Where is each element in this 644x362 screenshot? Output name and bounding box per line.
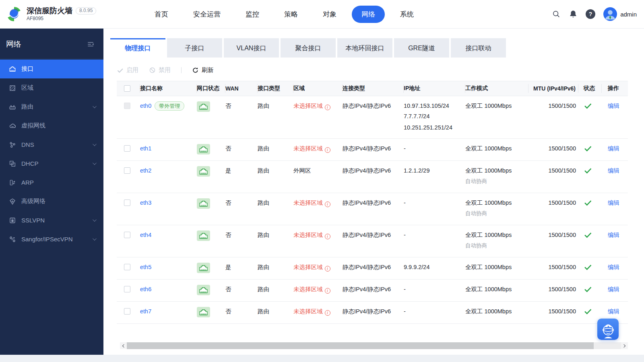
- edit-link[interactable]: 编辑: [608, 308, 619, 315]
- tab-subinterface[interactable]: 子接口: [167, 38, 222, 58]
- sidebar-item-label: Sangfor/IPSecVPN: [21, 236, 87, 243]
- zone-value: 未选择区域: [293, 145, 323, 152]
- interface-name-link[interactable]: eth7: [140, 308, 151, 315]
- row-checkbox[interactable]: [124, 232, 130, 238]
- scroll-left-button[interactable]: [120, 342, 127, 349]
- topbar-actions: ? admin: [552, 7, 637, 21]
- help-icon[interactable]: ?: [586, 9, 595, 19]
- sidebar-item-route[interactable]: 路由: [0, 97, 103, 116]
- cell-work-mode: 全双工 1000Mbps: [465, 101, 528, 111]
- dhcp-icon: [9, 160, 16, 167]
- info-icon[interactable]: i: [325, 105, 330, 110]
- tab-gre[interactable]: GRE隧道: [394, 38, 449, 58]
- chevron-left-icon: [122, 344, 126, 347]
- row-checkbox[interactable]: [124, 264, 130, 270]
- top-nav-item-monitor[interactable]: 监控: [236, 6, 269, 23]
- chevron-down-icon: [93, 104, 97, 108]
- sidebar-collapse-icon[interactable]: [87, 40, 95, 48]
- tab-vlan[interactable]: VLAN接口: [224, 38, 279, 58]
- table-row-eth1: eth1否路由未选择区域i静态IPv4/静态IPv6-全双工 1000Mbps1…: [117, 139, 628, 161]
- sidebar-item-arp[interactable]: ARP: [0, 173, 103, 192]
- scroll-right-button[interactable]: [621, 342, 628, 349]
- sidebar-item-label: DHCP: [21, 160, 87, 167]
- sidebar-item-ipsecvpn[interactable]: Sangfor/IPSecVPN: [0, 230, 103, 249]
- row-checkbox[interactable]: [124, 167, 130, 174]
- row-checkbox[interactable]: [124, 286, 130, 292]
- ip-line: -: [404, 144, 465, 153]
- scrollbar-thumb[interactable]: [127, 342, 594, 349]
- cell-connection-type: 静态IPv4/静态IPv6: [343, 166, 404, 175]
- top-nav-item-object[interactable]: 对象: [313, 6, 346, 23]
- top-nav-item-home[interactable]: 首页: [145, 6, 178, 23]
- top-nav-item-system[interactable]: 系统: [390, 6, 423, 23]
- search-icon[interactable]: [552, 10, 561, 19]
- cell-interface-type: 路由: [258, 166, 293, 175]
- sidebar-item-dhcp[interactable]: DHCP: [0, 154, 103, 173]
- edit-link[interactable]: 编辑: [608, 286, 619, 292]
- edit-link[interactable]: 编辑: [608, 145, 619, 152]
- edit-link[interactable]: 编辑: [608, 264, 619, 270]
- edit-link[interactable]: 编辑: [608, 103, 619, 109]
- sidebar-item-zone[interactable]: 区域: [0, 78, 103, 97]
- horizontal-scrollbar[interactable]: [120, 342, 628, 349]
- tab-loopback[interactable]: 本地环回接口: [337, 38, 392, 58]
- assistant-widget-button[interactable]: [597, 319, 619, 340]
- tab-physical[interactable]: 物理接口: [110, 38, 165, 58]
- zone-value: 未选择区域: [293, 264, 323, 270]
- interface-name-link[interactable]: eth4: [140, 232, 151, 238]
- sidebar-item-virtual-wire[interactable]: 虚拟网线: [0, 116, 103, 135]
- sidebar-item-label: 区域: [21, 84, 95, 92]
- column-header: 网口状态: [197, 84, 225, 93]
- info-icon[interactable]: i: [325, 234, 330, 239]
- sidebar-item-label: 接口: [21, 65, 95, 73]
- sidebar-item-dns[interactable]: DNS: [0, 135, 103, 154]
- interface-name-link[interactable]: eth1: [140, 145, 151, 152]
- cell-ip-address: -: [404, 285, 465, 294]
- sidebar-item-sslvpn[interactable]: SSLVPN: [0, 211, 103, 230]
- interface-name-link[interactable]: eth6: [140, 286, 151, 292]
- interface-name-link[interactable]: eth3: [140, 200, 151, 206]
- tab-aggregate[interactable]: 聚合接口: [281, 38, 336, 58]
- top-nav-item-network[interactable]: 网络: [352, 6, 385, 23]
- info-icon[interactable]: i: [325, 288, 330, 294]
- info-icon[interactable]: i: [325, 147, 330, 153]
- sidebar-item-interface[interactable]: 接口: [0, 60, 103, 78]
- cell-select: [117, 263, 140, 270]
- info-icon[interactable]: i: [325, 202, 330, 207]
- status-ok-check-icon: [584, 101, 592, 110]
- sidebar-menu: 接口区域路由虚拟网线DNSDHCPARP高级网络SSLVPNSangfor/IP…: [0, 59, 103, 249]
- top-nav-item-security-ops[interactable]: 安全运营: [184, 6, 230, 23]
- sidebar-item-label: ARP: [21, 179, 95, 186]
- cell-interface-type: 路由: [258, 101, 293, 111]
- scrollbar-track[interactable]: [594, 342, 621, 349]
- cell-ip-address: -: [404, 230, 465, 240]
- top-nav-item-policy[interactable]: 策略: [275, 6, 308, 23]
- user-menu[interactable]: admin: [603, 7, 637, 21]
- username: admin: [620, 11, 637, 18]
- edit-link[interactable]: 编辑: [608, 167, 619, 174]
- chevron-down-icon: [93, 142, 97, 146]
- info-icon[interactable]: i: [325, 310, 330, 316]
- ip-line: 1.2.1.2/29: [404, 166, 465, 175]
- select-all-checkbox[interactable]: [124, 85, 130, 92]
- edit-link[interactable]: 编辑: [608, 200, 619, 206]
- column-header: IP地址: [404, 84, 465, 93]
- sidebar-item-advanced-network[interactable]: 高级网络: [0, 192, 103, 211]
- cell-ip-address: 10.97.153.105/247.7.7.7/2410.251.251.251…: [404, 101, 465, 133]
- interface-name-link[interactable]: eth2: [140, 167, 151, 174]
- row-checkbox[interactable]: [124, 200, 130, 206]
- notification-bell-icon[interactable]: [569, 10, 578, 19]
- row-checkbox[interactable]: [124, 145, 130, 152]
- table-header-row: 接口名称网口状态WAN接口类型区域连接类型IP地址工作模式MTU (IPv4/I…: [117, 81, 628, 96]
- edit-link[interactable]: 编辑: [608, 232, 619, 238]
- row-checkbox[interactable]: [124, 308, 130, 315]
- sidebar-item-label: 虚拟网线: [21, 122, 95, 130]
- tab-linkage[interactable]: 接口联动: [451, 38, 506, 58]
- topbar: 深信服防火墙 8.0.95 AF8095 首页安全运营监控策略对象网络系统 ? …: [0, 0, 644, 29]
- interface-name-link[interactable]: eth0: [140, 103, 151, 109]
- cell-action: 编辑: [602, 166, 626, 175]
- info-icon[interactable]: i: [325, 266, 330, 272]
- work-mode-value: 全双工 1000Mbps: [465, 101, 528, 111]
- interface-name-link[interactable]: eth5: [140, 264, 151, 270]
- refresh-button[interactable]: 刷新: [192, 66, 214, 74]
